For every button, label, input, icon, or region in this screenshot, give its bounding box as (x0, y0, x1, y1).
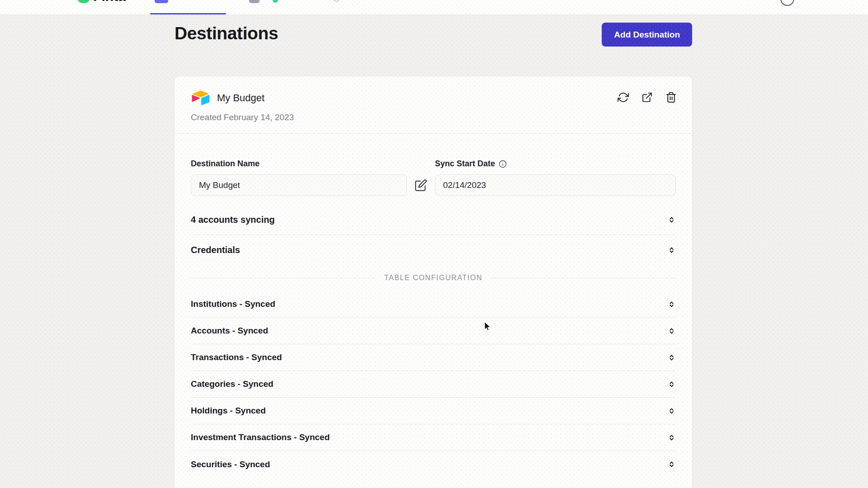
destinations-tab-icon[interactable] (155, 0, 168, 3)
expand-accounts-table-button[interactable] (667, 327, 676, 335)
destination-card: My Budget Created February 14, 2023 (175, 76, 692, 488)
destination-card-header: My Budget Created February 14, 2023 (175, 76, 692, 134)
refresh-icon (618, 92, 629, 103)
destination-title: My Budget (217, 92, 264, 104)
airtable-icon (191, 88, 211, 108)
table-row-investment-transactions[interactable]: Investment Transactions - Synced (191, 424, 676, 451)
trash-icon (665, 92, 677, 103)
accounts-syncing-row[interactable]: 4 accounts syncing (191, 205, 676, 235)
open-destination-button[interactable] (642, 92, 653, 103)
chevrons-up-down-icon (667, 300, 676, 309)
table-row-transactions[interactable]: Transactions - Synced (191, 344, 676, 371)
expand-categories-button[interactable] (667, 380, 676, 389)
chevrons-up-down-icon (667, 433, 676, 442)
chevrons-up-down-icon (667, 353, 676, 362)
chevrons-up-down-icon (667, 246, 676, 254)
nav-tab-icon[interactable] (249, 0, 259, 3)
active-tab-underline (150, 13, 226, 14)
finta-logo-icon (78, 0, 90, 3)
expand-accounts-button[interactable] (667, 216, 676, 224)
expand-holdings-button[interactable] (667, 407, 676, 415)
chevrons-up-down-icon (667, 460, 676, 469)
top-navigation-bar: Finta (0, 0, 868, 15)
card-rows: 4 accounts syncing Credentials TABLE CON… (175, 205, 692, 478)
edit-name-button[interactable] (415, 179, 427, 192)
table-row-securities[interactable]: Securities - Synced (191, 451, 676, 478)
table-row-holdings[interactable]: Holdings - Synced (191, 398, 676, 424)
info-icon[interactable] (499, 160, 507, 168)
credentials-row[interactable]: Credentials (191, 235, 676, 265)
table-row-accounts[interactable]: Accounts - Synced (191, 318, 676, 344)
avatar[interactable] (780, 0, 794, 6)
chevrons-up-down-icon (667, 380, 676, 389)
delete-destination-button[interactable] (665, 92, 677, 103)
status-dot-icon (273, 0, 278, 3)
destination-form: Destination Name Sync Start Date (175, 159, 692, 196)
edit-pencil-icon (415, 179, 427, 192)
page-title: Destinations (175, 23, 278, 43)
nav-circle-icon[interactable] (333, 0, 340, 2)
destination-name-input[interactable] (191, 174, 407, 196)
finta-logo-text: Finta (93, 0, 126, 5)
chevrons-up-down-icon (667, 327, 676, 335)
expand-investment-transactions-button[interactable] (667, 433, 676, 442)
credentials-label: Credentials (191, 245, 240, 255)
expand-securities-button[interactable] (667, 460, 676, 469)
expand-institutions-button[interactable] (667, 300, 676, 309)
table-configuration-divider: TABLE CONFIGURATION (191, 265, 676, 291)
destination-name-label: Destination Name (191, 159, 407, 169)
add-destination-button[interactable]: Add Destination (602, 23, 692, 47)
external-link-icon (642, 92, 653, 103)
resync-button[interactable] (618, 92, 629, 103)
chevrons-up-down-icon (667, 407, 676, 415)
sync-start-date-input[interactable] (435, 174, 676, 196)
accounts-syncing-label: 4 accounts syncing (191, 215, 275, 225)
table-row-categories[interactable]: Categories - Synced (191, 371, 676, 398)
sync-start-date-label: Sync Start Date (435, 159, 676, 169)
chevrons-up-down-icon (667, 216, 676, 224)
finta-logo[interactable]: Finta (78, 0, 126, 5)
table-row-institutions[interactable]: Institutions - Synced (191, 291, 676, 318)
created-date-text: Created February 14, 2023 (191, 113, 676, 122)
table-configuration-heading: TABLE CONFIGURATION (384, 274, 482, 282)
expand-transactions-button[interactable] (667, 353, 676, 362)
expand-credentials-button[interactable] (667, 246, 676, 254)
